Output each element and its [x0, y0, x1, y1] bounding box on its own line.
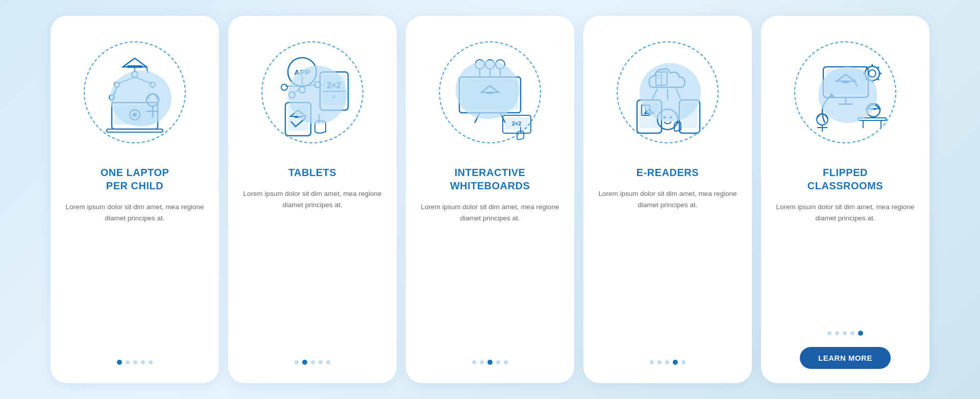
dot-1[interactable]	[650, 360, 654, 364]
dot-4[interactable]	[318, 360, 323, 364]
dot-5[interactable]	[504, 360, 508, 364]
illustration-tablets: APP 2×2 =	[251, 31, 374, 154]
dots-row-ereaders	[650, 360, 685, 365]
illustration-laptop-per-child	[74, 31, 196, 154]
dot-3[interactable]	[665, 360, 669, 364]
dot-4[interactable]	[850, 331, 854, 335]
dot-3[interactable]	[133, 360, 137, 364]
card-title-whiteboards: INTERACTIVE WHITEBOARDS	[450, 166, 530, 192]
dot-2[interactable]	[480, 360, 484, 364]
card-desc-flipped: Lorem ipsum dolor sit dim amet, mea regi…	[773, 202, 917, 223]
dot-4[interactable]	[496, 360, 500, 364]
card-flipped-classrooms: FLIPPED CLASSROOMS Lorem ipsum dolor sit…	[761, 16, 929, 383]
card-desc-tablets: Lorem ipsum dolor sit dim amet, mea regi…	[240, 188, 384, 210]
dots-row-tablets	[295, 360, 330, 365]
card-title-ereaders: E-READERS	[636, 166, 699, 179]
dot-4[interactable]	[673, 360, 678, 365]
cards-container: ONE LAPTOP PER CHILD Lorem ipsum dolor s…	[40, 6, 940, 393]
dots-row-flipped	[827, 331, 863, 336]
card-tablets: APP 2×2 =	[228, 16, 397, 383]
dot-5[interactable]	[326, 360, 330, 364]
dot-1[interactable]	[295, 360, 299, 364]
dot-3[interactable]	[311, 360, 315, 364]
card-whiteboards: 2×2 INTERACTIVE WHITEBOARDS Lorem ipsum …	[406, 16, 574, 383]
illustration-whiteboards: 2×2	[429, 31, 551, 154]
card-title-flipped: FLIPPED CLASSROOMS	[807, 166, 883, 192]
card-ereaders: E-READERS Lorem ipsum dolor sit dim amet…	[583, 16, 752, 383]
dot-5[interactable]	[681, 360, 685, 364]
card-title-laptop: ONE LAPTOP PER CHILD	[101, 166, 169, 192]
learn-more-button[interactable]: LEARN MORE	[800, 347, 891, 369]
dot-5[interactable]	[149, 360, 153, 364]
illustration-flipped-classrooms	[784, 31, 906, 154]
dot-4[interactable]	[141, 360, 145, 364]
card-desc-whiteboards: Lorem ipsum dolor sit dim amet, mea regi…	[418, 202, 562, 223]
dot-2[interactable]	[657, 360, 662, 364]
dot-3[interactable]	[487, 360, 493, 365]
dot-1[interactable]	[117, 360, 122, 365]
dot-3[interactable]	[843, 331, 847, 335]
dots-row-whiteboards	[472, 360, 508, 365]
dot-1[interactable]	[827, 331, 831, 335]
dot-5[interactable]	[858, 331, 863, 336]
card-desc-ereaders: Lorem ipsum dolor sit dim amet, mea regi…	[596, 188, 740, 210]
dot-1[interactable]	[472, 360, 476, 364]
card-laptop-per-child: ONE LAPTOP PER CHILD Lorem ipsum dolor s…	[51, 16, 219, 383]
dot-2[interactable]	[835, 331, 839, 335]
dot-2[interactable]	[302, 360, 307, 365]
illustration-ereaders	[606, 31, 729, 154]
dots-row-laptop	[117, 360, 153, 365]
card-desc-laptop: Lorem ipsum dolor sit dim amet, mea regi…	[63, 202, 207, 223]
card-title-tablets: TABLETS	[288, 166, 336, 179]
dot-2[interactable]	[126, 360, 130, 364]
